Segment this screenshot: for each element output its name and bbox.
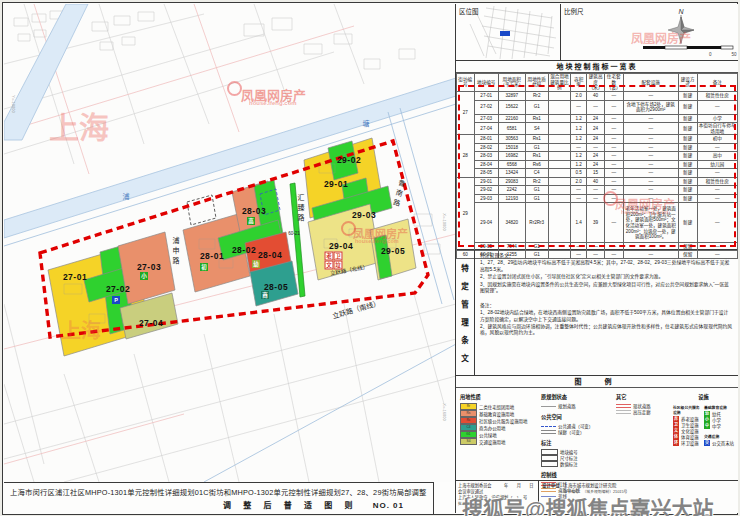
cell-配套设施: — xyxy=(623,160,678,169)
cell-容积率: 1.2 xyxy=(570,114,586,123)
sheet-subtitle-text: 调 整 后 普 适 图 则 xyxy=(223,501,357,510)
col-header: 备注 xyxy=(697,74,738,92)
col-header: 配套设施 xyxy=(623,74,678,92)
land-use-swatch: C4 xyxy=(460,424,477,431)
approval-right: 设计单位 上海市城市规划设计研究院 证书编号：〔城乡规划编制〕21015号 xyxy=(539,481,738,513)
table-header-row: 街坊编号地块编号用地面积（平方米）用地性质代码混合用地建筑量比例容积率建筑高度（… xyxy=(457,74,738,92)
cell-容积率: — xyxy=(570,100,586,114)
scale-tick-label: 0 xyxy=(709,52,712,57)
title-block: 上海市闵行区浦江社区MHPO-1301单元控制性详细规划01C街坊和MHPO-1… xyxy=(4,482,434,514)
cell-混合用地建筑量比例 xyxy=(548,194,570,203)
cell-用地性质代码: S4 xyxy=(525,123,548,135)
zoning-map-canvas xyxy=(4,4,456,482)
block-number: 28 xyxy=(457,135,475,178)
land-use-swatch: Rr xyxy=(460,403,477,410)
cell-配套设施: — xyxy=(623,143,678,152)
cell-备注: — xyxy=(697,143,738,152)
provision-paragraph: 1、27、28、29街坊内地块平均标高不低于吴淞高程4.5米；其中，27-02、… xyxy=(480,260,733,273)
cell-地块编号: 29-02 xyxy=(474,186,498,195)
plan-sheet: 27-0127-0227-0327-0428-0128-0228-0328-04… xyxy=(2,2,738,515)
cell-用地面积（平方米）: 22160 xyxy=(498,114,525,123)
cell-建筑高度（米）: 24 xyxy=(587,135,605,144)
scale-title: 比例尺 xyxy=(564,6,584,16)
cell-用地性质代码: Rs1 xyxy=(525,114,548,123)
sheet-title: 上海市闵行区浦江社区MHPO-1301单元控制性详细规划01C街坊和MHPO-1… xyxy=(10,487,427,497)
cell-用地面积（平方米）: 13424 xyxy=(498,169,525,178)
cell-建设方式: 新建 xyxy=(678,194,697,203)
cell-混合用地建筑量比例 xyxy=(548,160,570,169)
cell-混合用地建筑量比例 xyxy=(548,123,570,135)
cell-住宅套数（套）: — xyxy=(604,194,623,203)
legend-group-title: 用地性质 xyxy=(460,393,536,400)
cell-住宅套数（套）: — xyxy=(604,143,623,152)
cell-地块编号: 29-01 xyxy=(474,177,498,186)
cell-备注: — xyxy=(697,186,738,195)
cell-用地面积（平方米）: 32897 xyxy=(498,91,525,100)
legend-land-use-item: Rs基础教育设施用地 xyxy=(460,410,536,417)
cell-地块编号: 29-04 xyxy=(474,203,498,243)
table-row: 27-0215622G1———含地下停车场2处，建筑面积为2900m²新建— xyxy=(457,100,738,114)
cell-建设方式: 新建 xyxy=(678,152,697,161)
cell-用地面积（平方米）: 30563 xyxy=(498,135,525,144)
cell-容积率: 1.2 xyxy=(570,152,586,161)
col-header: 建筑高度（米） xyxy=(587,74,605,92)
cell-地块编号: 27-04 xyxy=(474,123,498,135)
facility-icon: 环 xyxy=(673,440,679,446)
col-header: 容积率 xyxy=(570,74,586,92)
cell-地块编号: 29-03 xyxy=(474,194,498,203)
cell-地块编号: 28-04 xyxy=(474,160,498,169)
col-header: 用地面积（平方米） xyxy=(498,74,525,92)
facility-icon: 交 xyxy=(704,440,710,446)
cell-建设方式: 新建 xyxy=(678,186,697,195)
svg-text:N: N xyxy=(678,8,684,15)
cell-配套设施: — xyxy=(623,135,678,144)
cell-容积率: 0.5 xyxy=(570,169,586,178)
block-number: 29 xyxy=(457,177,475,251)
cell-建筑高度（米）: — xyxy=(587,186,605,195)
col-header: 建设方式 xyxy=(678,74,697,92)
cell-建设方式: 新建 xyxy=(678,123,697,135)
col-header: 地块编号 xyxy=(474,74,498,92)
legend-land-use-item: Rr二类住宅组团用地 xyxy=(460,403,536,410)
cell-配套设施: — xyxy=(623,152,678,161)
table-row: 28-0513424C40.515——新建— xyxy=(457,169,738,178)
provisions-char: 定 xyxy=(461,280,469,291)
legend-group-title: 标注 xyxy=(541,439,611,446)
cell-住宅套数（套）: — xyxy=(604,152,623,161)
provisions-char: 特 xyxy=(461,262,469,273)
cell-地块编号: 28-05 xyxy=(474,169,498,178)
legend-subgroup-title: 社区级公共服务设施 xyxy=(673,405,701,415)
col-header: 街坊编号 xyxy=(457,74,475,92)
cell-用地面积（平方米）: 29083 xyxy=(498,177,525,186)
cell-地块编号: 28-02 xyxy=(474,143,498,152)
cell-建设方式: 新建 xyxy=(678,100,697,114)
cell-配套设施: — xyxy=(623,114,678,123)
cell-容积率: 1.2 xyxy=(570,160,586,169)
land-use-swatch: G1 xyxy=(460,431,477,438)
cell-建设方式: 新建 xyxy=(678,160,697,169)
legend-group-title: 其它 xyxy=(616,393,668,400)
cell-用地性质代码: Rs1 xyxy=(525,152,548,161)
legend-group-title: 原规划状态 xyxy=(541,393,611,400)
cell-住宅套数（套）: — xyxy=(604,160,623,169)
block-number: 27 xyxy=(457,91,475,135)
cell-住宅套数（套）: — xyxy=(604,91,623,100)
cell-备注: 高中 xyxy=(697,152,738,161)
cell-地块编号: 27-01 xyxy=(474,91,498,100)
cell-备注: — xyxy=(697,169,738,178)
cell-备注: — xyxy=(697,100,738,114)
cell-建筑高度（米）: — xyxy=(587,194,605,203)
provision-paragraph: 2、禁止设置封闭式居住小区，“引导居住社区化”定义以相关主管部门的文件要求为准。 xyxy=(480,274,733,280)
cell-容积率: 1.2 xyxy=(570,135,586,144)
cell-用地性质代码: G1 xyxy=(525,194,548,203)
cell-用地性质代码: Rr2 xyxy=(525,177,548,186)
cell-容积率: 1.2 xyxy=(570,123,586,135)
cell-备注: 幼儿园 xyxy=(697,160,738,169)
cell-建筑高度（米）: 24 xyxy=(587,152,605,161)
cell-容积率: — xyxy=(570,143,586,152)
cell-用地面积（平方米）: 15018 xyxy=(498,143,525,152)
cell-地块编号: 27-03 xyxy=(474,114,498,123)
design-unit-label: 设计单位 xyxy=(542,483,560,511)
table-row: 27-0322160Rs11.224——新建小学 xyxy=(457,114,738,123)
col-header: 住宅套数（套） xyxy=(604,74,623,92)
